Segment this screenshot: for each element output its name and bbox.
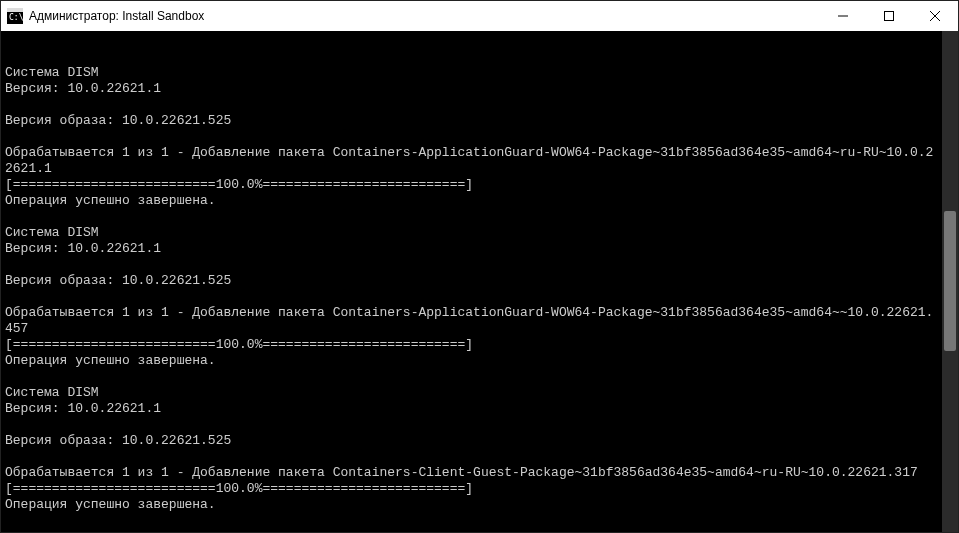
console-line [5, 257, 936, 273]
svg-rect-4 [885, 12, 894, 21]
console-line: Версия образа: 10.0.22621.525 [5, 273, 936, 289]
window: C:\ Администратор: Install Sandbox Cисте… [0, 0, 959, 533]
console-line: Версия образа: 10.0.22621.525 [5, 433, 936, 449]
svg-text:C:\: C:\ [9, 13, 23, 22]
console-line: [==========================100.0%=======… [5, 177, 936, 193]
scrollbar[interactable] [942, 31, 958, 532]
console-line: Операция успешно завершена. [5, 193, 936, 209]
svg-rect-1 [7, 8, 23, 12]
console-line: Обрабатывается 1 из 1 - Добавление пакет… [5, 465, 936, 481]
console-line: Версия: 10.0.22621.1 [5, 401, 936, 417]
scroll-thumb[interactable] [944, 211, 956, 351]
console-line [5, 209, 936, 225]
console-line: Обрабатывается 1 из 1 - Добавление пакет… [5, 145, 936, 177]
console-line: Cистема DISM [5, 225, 936, 241]
console-content: Cистема DISMВерсия: 10.0.22621.1Версия о… [5, 65, 954, 513]
console-line [5, 449, 936, 465]
console-line: Cистема DISM [5, 385, 936, 401]
console-line [5, 289, 936, 305]
console-line [5, 97, 936, 113]
console-line [5, 129, 936, 145]
console-line: [==========================100.0%=======… [5, 481, 936, 497]
console-line: [==========================100.0%=======… [5, 337, 936, 353]
console-line: Операция успешно завершена. [5, 353, 936, 369]
console-line: Версия: 10.0.22621.1 [5, 81, 936, 97]
cmd-icon: C:\ [7, 8, 23, 24]
console-line [5, 369, 936, 385]
console-output[interactable]: Cистема DISMВерсия: 10.0.22621.1Версия о… [1, 31, 958, 532]
console-line: Версия: 10.0.22621.1 [5, 241, 936, 257]
console-line: Обрабатывается 1 из 1 - Добавление пакет… [5, 305, 936, 337]
console-line: Операция успешно завершена. [5, 497, 936, 513]
console-line: Cистема DISM [5, 65, 936, 81]
window-controls [820, 1, 958, 31]
close-button[interactable] [912, 1, 958, 31]
maximize-button[interactable] [866, 1, 912, 31]
titlebar[interactable]: C:\ Администратор: Install Sandbox [1, 1, 958, 31]
minimize-button[interactable] [820, 1, 866, 31]
console-line: Версия образа: 10.0.22621.525 [5, 113, 936, 129]
console-line [5, 417, 936, 433]
window-title: Администратор: Install Sandbox [29, 9, 204, 23]
